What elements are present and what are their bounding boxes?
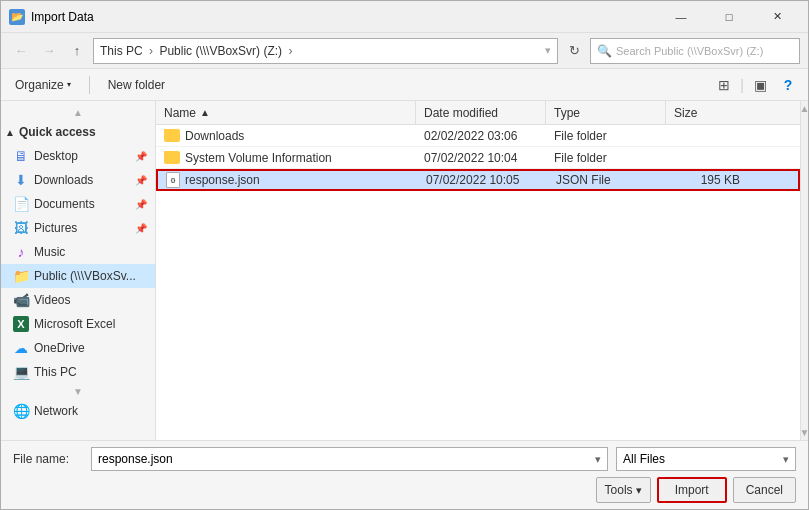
new-folder-button[interactable]: New folder xyxy=(102,76,171,94)
tools-label: Tools xyxy=(605,483,633,497)
organize-dropdown-icon: ▾ xyxy=(67,80,71,89)
new-folder-label: New folder xyxy=(108,78,165,92)
filetype-select[interactable]: All Files ▾ xyxy=(616,447,796,471)
filename-row: File name: response.json ▾ All Files ▾ xyxy=(13,447,796,471)
json-file-icon: {} xyxy=(166,172,180,188)
quick-access-label: Quick access xyxy=(19,125,96,139)
sidebar-item-documents[interactable]: 📄 Documents 📌 xyxy=(1,192,155,216)
close-button[interactable]: ✕ xyxy=(754,3,800,31)
file-date-cell: 02/02/2022 03:06 xyxy=(416,129,546,143)
file-list-header: Name ▲ Date modified Type Size xyxy=(156,101,800,125)
sidebar-network-label: Network xyxy=(34,404,78,418)
bottom-area: File name: response.json ▾ All Files ▾ T… xyxy=(1,440,808,509)
pictures-icon: 🖼 xyxy=(13,220,29,236)
import-button[interactable]: Import xyxy=(657,477,727,503)
tools-dropdown-icon: ▾ xyxy=(636,484,642,497)
cancel-button[interactable]: Cancel xyxy=(733,477,796,503)
toolbar-separator xyxy=(89,76,90,94)
title-bar: 📂 Import Data — □ ✕ xyxy=(1,1,808,33)
scrollbar-up-arrow[interactable]: ▲ xyxy=(800,103,808,114)
file-date-cell: 07/02/2022 10:04 xyxy=(416,151,546,165)
sidebar-item-downloads[interactable]: ⬇ Downloads 📌 xyxy=(1,168,155,192)
file-area-wrapper: Name ▲ Date modified Type Size xyxy=(156,101,808,440)
file-date-cell: 07/02/2022 10:05 xyxy=(418,173,548,187)
view-separator: | xyxy=(740,77,744,93)
col-header-type[interactable]: Type xyxy=(546,101,666,124)
file-type-cell: JSON File xyxy=(548,173,668,187)
table-row[interactable]: {} response.json 07/02/2022 10:05 JSON F… xyxy=(156,169,800,191)
toolbar: Organize ▾ New folder ⊞ | ▣ ? xyxy=(1,69,808,101)
pictures-pin-icon: 📌 xyxy=(135,223,147,234)
dialog-title: Import Data xyxy=(31,10,658,24)
organize-button[interactable]: Organize ▾ xyxy=(9,76,77,94)
sidebar-documents-label: Documents xyxy=(34,197,95,211)
filename-value: response.json xyxy=(98,452,173,466)
up-button[interactable]: ↑ xyxy=(65,39,89,63)
folder-icon xyxy=(164,151,180,164)
scrollbar-track[interactable]: ▲ ▼ xyxy=(800,101,808,440)
excel-icon: X xyxy=(13,316,29,332)
documents-icon: 📄 xyxy=(13,196,29,212)
maximize-button[interactable]: □ xyxy=(706,3,752,31)
address-sep2: › xyxy=(288,44,292,58)
import-dialog: 📂 Import Data — □ ✕ ← → ↑ This PC › Publ… xyxy=(0,0,809,510)
filename-input[interactable]: response.json ▾ xyxy=(91,447,608,471)
file-area: Name ▲ Date modified Type Size xyxy=(156,101,800,440)
refresh-button[interactable]: ↻ xyxy=(562,39,586,63)
videos-icon: 📹 xyxy=(13,292,29,308)
sidebar-pictures-label: Pictures xyxy=(34,221,77,235)
search-icon: 🔍 xyxy=(597,44,612,58)
search-bar[interactable]: 🔍 Search Public (\\VBoxSvr) (Z:) xyxy=(590,38,800,64)
address-bar[interactable]: This PC › Public (\\\VBoxSvr) (Z:) › ▾ xyxy=(93,38,558,64)
toolbar-right: ⊞ | ▣ ? xyxy=(712,74,800,96)
forward-button[interactable]: → xyxy=(37,39,61,63)
sidebar-item-pictures[interactable]: 🖼 Pictures 📌 xyxy=(1,216,155,240)
file-type-cell: File folder xyxy=(546,151,666,165)
filetype-dropdown-arrow: ▾ xyxy=(783,453,789,466)
sidebar-scroll-down: ▼ xyxy=(1,384,155,399)
sidebar-item-videos[interactable]: 📹 Videos xyxy=(1,288,155,312)
main-content: ▲ ▲ Quick access 🖥 Desktop 📌 ⬇ Downloads… xyxy=(1,101,808,440)
sidebar-item-public-vbox[interactable]: 📁 Public (\\\VBoxSv... xyxy=(1,264,155,288)
pane-toggle-button[interactable]: ▣ xyxy=(748,74,772,96)
file-name-cell: Downloads xyxy=(156,129,416,143)
desktop-icon: 🖥 xyxy=(13,148,29,164)
sidebar-scroll-up: ▲ xyxy=(1,105,155,120)
sidebar-item-onedrive[interactable]: ☁ OneDrive xyxy=(1,336,155,360)
sort-arrow-icon: ▲ xyxy=(200,107,210,118)
sidebar-item-excel[interactable]: X Microsoft Excel xyxy=(1,312,155,336)
downloads-icon: ⬇ xyxy=(13,172,29,188)
col-header-name[interactable]: Name ▲ xyxy=(156,101,416,124)
sidebar-section-quick-access: ▲ Quick access xyxy=(1,120,155,144)
sidebar-item-desktop[interactable]: 🖥 Desktop 📌 xyxy=(1,144,155,168)
sidebar-item-network[interactable]: 🌐 Network xyxy=(1,399,155,423)
documents-pin-icon: 📌 xyxy=(135,199,147,210)
col-header-size[interactable]: Size xyxy=(666,101,746,124)
back-button[interactable]: ← xyxy=(9,39,33,63)
action-row: Tools ▾ Import Cancel xyxy=(13,477,796,503)
desktop-pin-icon: 📌 xyxy=(135,151,147,162)
view-toggle-button[interactable]: ⊞ xyxy=(712,74,736,96)
filename-label: File name: xyxy=(13,452,83,466)
scrollbar-down-arrow[interactable]: ▼ xyxy=(800,427,808,438)
file-type-cell: File folder xyxy=(546,129,666,143)
address-pc: This PC xyxy=(100,44,143,58)
help-button[interactable]: ? xyxy=(776,74,800,96)
organize-label: Organize xyxy=(15,78,64,92)
music-icon: ♪ xyxy=(13,244,29,260)
dialog-icon: 📂 xyxy=(9,9,25,25)
navigation-bar: ← → ↑ This PC › Public (\\\VBoxSvr) (Z:)… xyxy=(1,33,808,69)
table-row[interactable]: Downloads 02/02/2022 03:06 File folder xyxy=(156,125,800,147)
sidebar-onedrive-label: OneDrive xyxy=(34,341,85,355)
sidebar-item-this-pc[interactable]: 💻 This PC xyxy=(1,360,155,384)
sidebar-downloads-label: Downloads xyxy=(34,173,93,187)
file-name-cell: {} response.json xyxy=(158,172,418,188)
filename-dropdown-arrow: ▾ xyxy=(595,453,601,466)
table-row[interactable]: System Volume Information 07/02/2022 10:… xyxy=(156,147,800,169)
col-header-date[interactable]: Date modified xyxy=(416,101,546,124)
tools-button[interactable]: Tools ▾ xyxy=(596,477,651,503)
sidebar-item-music[interactable]: ♪ Music xyxy=(1,240,155,264)
file-size-cell: 195 KB xyxy=(668,173,748,187)
minimize-button[interactable]: — xyxy=(658,3,704,31)
sidebar-public-label: Public (\\\VBoxSv... xyxy=(34,269,136,283)
